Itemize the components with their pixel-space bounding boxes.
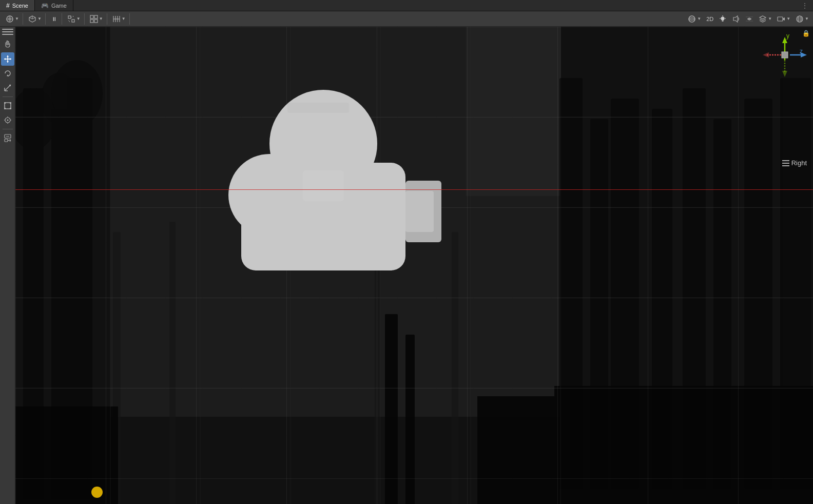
grid-button[interactable]: ▼ (110, 13, 128, 25)
hamburger-menu[interactable] (2, 29, 13, 35)
toolbar-group-snap2: ▼ (86, 13, 107, 25)
rect-icon (4, 102, 12, 110)
tab-bar: # Scene 🎮 Game ⋮ (0, 0, 813, 11)
move-icon (4, 55, 12, 63)
shaded-dropdown-arrow: ▼ (15, 16, 19, 21)
scene-3d-button[interactable]: ▼ (26, 13, 44, 25)
hand-icon (4, 41, 12, 49)
view-label: Right (782, 159, 807, 167)
custom-tool-button[interactable] (1, 131, 14, 145)
camera-view-icon (777, 15, 785, 23)
svg-rect-55 (4, 102, 6, 104)
camera-object[interactable] (210, 68, 457, 304)
globe-icon (796, 15, 804, 23)
snap-button[interactable]: ▼ (65, 13, 83, 25)
light-button[interactable] (717, 13, 729, 25)
grid-dropdown-arrow: ▼ (122, 16, 126, 21)
toolbar: ▼ ▼ ⏸ ▼ (0, 11, 813, 27)
shaded-wireframe-button[interactable]: ▼ (4, 13, 21, 25)
toolbar-group-scene-mode: ▼ (25, 13, 46, 25)
scene-tab-label: Scene (12, 3, 28, 9)
camera-view-button[interactable]: ▼ (775, 13, 792, 25)
svg-marker-126 (782, 71, 787, 77)
snap2-icon (90, 15, 98, 23)
audio-icon (732, 15, 740, 23)
right-toolbar: ▼ 2D (686, 13, 811, 25)
toolbar-group-grid: ▼ (109, 13, 130, 25)
scene-viewport[interactable]: y z 🔒 (15, 27, 813, 504)
sphere-button[interactable]: ▼ (686, 13, 703, 25)
transform-tool-button[interactable] (1, 113, 14, 127)
svg-marker-46 (7, 61, 9, 63)
yellow-dot (91, 487, 103, 498)
svg-rect-13 (94, 15, 98, 18)
game-tab-label: Game (51, 3, 67, 9)
rotate-tool-button[interactable] (1, 67, 14, 80)
tab-game[interactable]: 🎮 Game (35, 0, 73, 11)
gizmo-svg: y z (762, 32, 808, 78)
svg-rect-15 (94, 20, 98, 23)
svg-rect-124 (782, 52, 788, 58)
tab-more-button[interactable]: ⋮ (797, 2, 813, 9)
globe-button[interactable]: ▼ (793, 13, 811, 25)
rect-tool-button[interactable] (1, 99, 14, 112)
cube-dropdown-arrow: ▼ (37, 16, 42, 21)
sphere-icon (688, 15, 696, 23)
svg-text:y: y (786, 32, 789, 40)
toolbar-group-playback: ⏸ (47, 13, 62, 25)
scale-tool-button[interactable] (1, 81, 14, 94)
layers-button[interactable]: ▼ (757, 13, 774, 25)
svg-rect-57 (4, 108, 6, 109)
hand-tool-button[interactable] (1, 38, 14, 51)
svg-rect-29 (722, 20, 724, 22)
sphere-dropdown-arrow: ▼ (697, 16, 701, 21)
red-line (15, 189, 813, 190)
camera-view-dropdown-arrow: ▼ (786, 16, 790, 21)
svg-marker-48 (10, 58, 11, 60)
svg-rect-58 (10, 108, 11, 109)
audio-button[interactable] (730, 13, 742, 25)
view-label-lines (782, 160, 789, 166)
rotate-icon (4, 69, 12, 77)
light-icon (719, 15, 727, 23)
main-area: y z 🔒 (0, 27, 813, 504)
layers-icon (759, 15, 767, 23)
pause-icon: ⏸ (51, 16, 57, 22)
scene-tab-icon: # (6, 2, 10, 9)
2d-label: 2D (706, 16, 713, 22)
cube-icon (28, 15, 36, 23)
2d-button[interactable]: 2D (704, 13, 715, 25)
svg-marker-45 (7, 55, 9, 57)
svg-marker-30 (733, 16, 738, 22)
move-tool-button[interactable] (1, 52, 14, 66)
lock-icon[interactable]: 🔒 (802, 30, 810, 37)
game-tab-icon: 🎮 (41, 2, 49, 9)
svg-point-24 (721, 16, 725, 20)
svg-rect-56 (10, 102, 11, 104)
svg-rect-115 (287, 103, 349, 113)
snap2-button[interactable]: ▼ (88, 13, 105, 25)
svg-rect-14 (90, 20, 93, 23)
effects-icon (745, 15, 753, 23)
svg-rect-112 (303, 170, 344, 201)
svg-rect-114 (405, 191, 434, 232)
svg-rect-53 (9, 85, 11, 86)
svg-marker-35 (760, 16, 766, 19)
toolbar-group-snap: ▼ (64, 13, 85, 25)
orientation-gizmo[interactable]: y z (762, 32, 808, 78)
camera-svg (210, 68, 457, 304)
globe-dropdown-arrow: ▼ (805, 16, 809, 21)
svg-line-5 (32, 17, 35, 19)
snap-dropdown-arrow: ▼ (76, 16, 81, 21)
pause-button[interactable]: ⏸ (49, 13, 60, 25)
tab-scene[interactable]: # Scene (0, 0, 35, 11)
svg-marker-123 (763, 52, 769, 57)
tool-separator-2 (3, 129, 13, 129)
svg-rect-12 (90, 15, 93, 18)
tool-separator-1 (3, 96, 13, 97)
svg-point-60 (7, 120, 8, 121)
transform-icon (4, 116, 12, 124)
scale-icon (4, 84, 12, 92)
grid-icon (112, 15, 121, 23)
effects-button[interactable] (743, 13, 756, 25)
